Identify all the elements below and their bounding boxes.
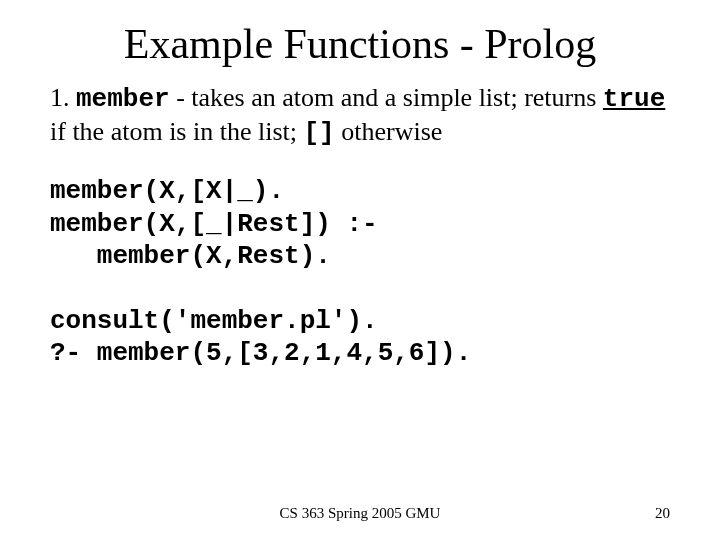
desc-part3: otherwise <box>335 117 443 146</box>
code-block-query: consult('member.pl'). ?- member(5,[3,2,1… <box>50 305 670 370</box>
item-number: 1. <box>50 83 76 112</box>
slide: Example Functions - Prolog 1. member - t… <box>0 0 720 540</box>
true-literal: true <box>603 84 665 114</box>
func-name: member <box>76 84 170 114</box>
desc-part1: - takes an atom and a simple list; retur… <box>170 83 603 112</box>
page-number: 20 <box>655 505 670 522</box>
code-line: member(X,[X|_). <box>50 176 284 206</box>
code-line: consult('member.pl'). <box>50 306 378 336</box>
slide-title: Example Functions - Prolog <box>50 20 670 68</box>
code-line: member(X,[_|Rest]) :- <box>50 209 378 239</box>
code-block-definition: member(X,[X|_). member(X,[_|Rest]) :- me… <box>50 175 670 273</box>
code-line: member(X,Rest). <box>50 241 331 271</box>
description: 1. member - takes an atom and a simple l… <box>50 82 670 149</box>
empty-list-literal: [] <box>303 118 334 148</box>
code-line: ?- member(5,[3,2,1,4,5,6]). <box>50 338 471 368</box>
footer-text: CS 363 Spring 2005 GMU <box>0 505 720 522</box>
desc-part2: if the atom is in the list; <box>50 117 303 146</box>
